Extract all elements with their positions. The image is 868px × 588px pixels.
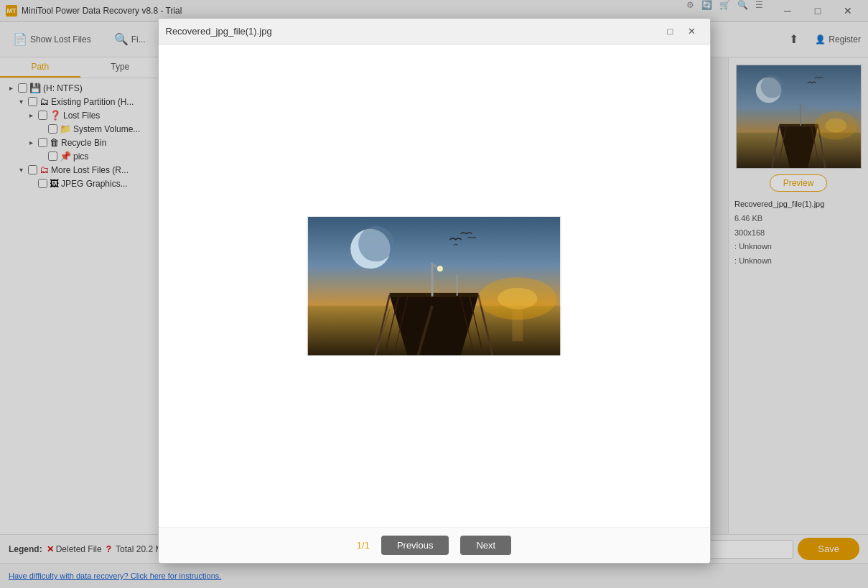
modal-titlebar: Recovered_jpg_file(1).jpg □ ✕: [159, 19, 710, 45]
svg-point-27: [437, 266, 443, 271]
svg-rect-17: [390, 292, 479, 297]
svg-point-30: [358, 225, 393, 261]
modal-preview-image: [307, 216, 561, 356]
modal-title: Recovered_jpg_file(1).jpg: [166, 26, 660, 37]
modal-overlay: Recovered_jpg_file(1).jpg □ ✕: [0, 0, 868, 588]
modal-footer: 1/1 Previous Next: [159, 527, 710, 563]
next-button[interactable]: Next: [460, 536, 511, 555]
modal-close-button[interactable]: ✕: [681, 23, 703, 40]
modal-content-area: [159, 45, 710, 527]
previous-button[interactable]: Previous: [381, 536, 449, 555]
page-indicator: 1/1: [357, 540, 370, 551]
modal-maximize-button[interactable]: □: [660, 23, 681, 40]
modal-image-container: [307, 216, 561, 356]
image-preview-modal: Recovered_jpg_file(1).jpg □ ✕: [158, 18, 711, 564]
